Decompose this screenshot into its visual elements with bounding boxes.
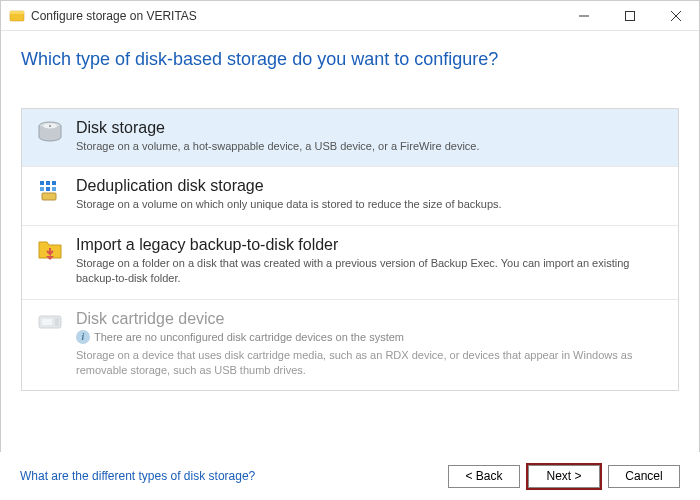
cancel-button[interactable]: Cancel <box>608 465 680 488</box>
option-title: Disk cartridge device <box>76 310 664 328</box>
page-title: Which type of disk-based storage do you … <box>21 49 679 70</box>
option-info-row: i There are no unconfigured disk cartrid… <box>76 330 664 344</box>
close-button[interactable] <box>653 1 699 31</box>
svg-rect-14 <box>52 187 56 191</box>
svg-rect-13 <box>46 187 50 191</box>
svg-rect-1 <box>10 11 24 14</box>
svg-rect-15 <box>42 193 56 200</box>
option-title: Import a legacy backup-to-disk folder <box>76 236 664 254</box>
option-desc: Storage on a device that uses disk cartr… <box>76 348 664 379</box>
svg-rect-10 <box>46 181 50 185</box>
option-title: Disk storage <box>76 119 664 137</box>
cartridge-icon <box>36 310 64 338</box>
app-icon <box>9 8 25 24</box>
svg-rect-12 <box>40 187 44 191</box>
svg-rect-9 <box>40 181 44 185</box>
option-title: Deduplication disk storage <box>76 177 664 195</box>
svg-rect-17 <box>42 319 52 325</box>
titlebar: Configure storage on VERITAS <box>1 1 699 31</box>
dedup-icon <box>36 177 64 205</box>
option-desc: Storage on a volume, a hot-swappable dev… <box>76 139 664 154</box>
back-button[interactable]: < Back <box>448 465 520 488</box>
option-disk-cartridge: Disk cartridge device i There are no unc… <box>22 300 678 391</box>
option-import-legacy[interactable]: Import a legacy backup-to-disk folder St… <box>22 226 678 300</box>
option-deduplication[interactable]: Deduplication disk storage Storage on a … <box>22 167 678 225</box>
option-info-text: There are no unconfigured disk cartridge… <box>94 331 404 343</box>
svg-rect-3 <box>626 11 635 20</box>
footer: What are the different types of disk sto… <box>0 452 700 500</box>
maximize-button[interactable] <box>607 1 653 31</box>
folder-import-icon <box>36 236 64 264</box>
disk-icon <box>36 119 64 147</box>
options-list: Disk storage Storage on a volume, a hot-… <box>21 108 679 391</box>
option-desc: Storage on a volume on which only unique… <box>76 197 664 212</box>
help-link[interactable]: What are the different types of disk sto… <box>20 469 255 483</box>
svg-point-8 <box>49 125 51 127</box>
info-icon: i <box>76 330 90 344</box>
next-button[interactable]: Next > <box>528 465 600 488</box>
content-area: Which type of disk-based storage do you … <box>1 31 699 391</box>
svg-rect-18 <box>55 318 59 326</box>
minimize-button[interactable] <box>561 1 607 31</box>
option-desc: Storage on a folder on a disk that was c… <box>76 256 664 287</box>
svg-rect-11 <box>52 181 56 185</box>
window-title: Configure storage on VERITAS <box>31 9 197 23</box>
option-disk-storage[interactable]: Disk storage Storage on a volume, a hot-… <box>22 109 678 167</box>
window-controls <box>561 1 699 31</box>
